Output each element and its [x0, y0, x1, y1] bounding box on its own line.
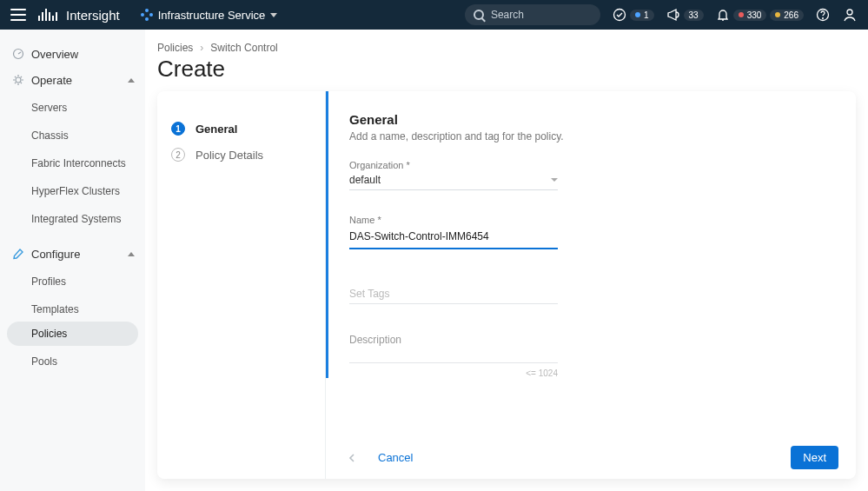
name-label: Name * — [349, 215, 558, 225]
menu-toggle-icon[interactable] — [10, 9, 26, 21]
step-policy-details[interactable]: 2 Policy Details — [171, 142, 325, 168]
svg-point-5 — [16, 77, 21, 83]
sidebar-item-templates[interactable]: Templates — [0, 297, 145, 322]
configure-label: Configure — [31, 248, 80, 261]
step-label: Policy Details — [195, 149, 263, 162]
description-limit: <= 1024 — [349, 368, 558, 378]
global-search[interactable]: Search — [465, 4, 600, 25]
cisco-logo-icon — [38, 9, 59, 21]
main-content: Policies › Switch Control Create 1 Gener… — [145, 30, 868, 491]
service-icon — [141, 9, 153, 21]
wizard-steps: 1 General 2 Policy Details — [157, 91, 325, 479]
description-input[interactable] — [349, 346, 558, 363]
crumb-policies[interactable]: Policies — [157, 42, 193, 54]
description-field[interactable]: Description — [349, 334, 558, 367]
overview-label: Overview — [31, 48, 78, 61]
tasks-count: 1 — [630, 10, 654, 21]
step-number: 2 — [171, 148, 185, 162]
warning-count: 266 — [770, 10, 804, 21]
form-area: General Add a name, description and tag … — [325, 91, 856, 479]
bell-icon — [716, 8, 730, 22]
step-label: General — [195, 123, 237, 136]
sidebar-item-profiles[interactable]: Profiles — [0, 269, 145, 294]
sidebar-item-servers[interactable]: Servers — [0, 96, 145, 120]
form-subtitle: Add a name, description and tag for the … — [349, 130, 856, 143]
wizard-card: 1 General 2 Policy Details General Add a… — [157, 91, 856, 479]
organization-value: default — [349, 174, 381, 186]
megaphone-icon — [666, 8, 680, 22]
organization-field[interactable]: Organization * default — [349, 160, 558, 190]
announcements-button[interactable]: 33 — [666, 8, 704, 22]
sidebar-item-fabric-interconnects[interactable]: Fabric Interconnects — [0, 151, 145, 176]
brand: Intersight — [38, 8, 120, 23]
next-button[interactable]: Next — [791, 446, 838, 469]
search-placeholder: Search — [491, 9, 524, 21]
operate-icon — [12, 74, 24, 86]
chevron-down-icon — [551, 178, 558, 182]
name-input[interactable] — [349, 229, 558, 244]
help-button[interactable] — [816, 8, 830, 22]
sidebar-item-hyperflex-clusters[interactable]: HyperFlex Clusters — [0, 179, 145, 203]
chevron-up-icon — [128, 78, 135, 83]
breadcrumb: Policies › Switch Control — [157, 42, 868, 54]
chevron-down-icon — [270, 13, 277, 17]
sidebar-item-integrated-systems[interactable]: Integrated Systems — [0, 207, 145, 231]
sidebar-item-overview[interactable]: Overview — [0, 42, 145, 66]
brand-name: Intersight — [66, 8, 120, 23]
operate-label: Operate — [31, 74, 72, 87]
user-menu[interactable] — [842, 7, 858, 23]
top-bar: Intersight Infrastructure Service Search… — [0, 0, 868, 30]
user-icon — [842, 7, 858, 23]
help-icon — [816, 8, 830, 22]
sidebar-item-pools[interactable]: Pools — [0, 349, 145, 374]
tags-placeholder: Set Tags — [349, 288, 389, 300]
chevron-up-icon — [128, 252, 135, 256]
cancel-button[interactable]: Cancel — [378, 451, 413, 464]
page-title: Create — [157, 56, 868, 83]
sidebar-item-chassis[interactable]: Chassis — [0, 123, 145, 148]
overview-icon — [12, 48, 24, 60]
name-field[interactable]: Name * — [349, 215, 558, 249]
search-icon — [474, 10, 484, 20]
svg-point-0 — [613, 10, 625, 21]
topbar-actions: 1 33 330 266 — [613, 7, 858, 23]
step-number: 1 — [171, 122, 185, 136]
tasks-button[interactable]: 1 — [613, 8, 654, 22]
form-heading: General — [349, 112, 856, 127]
svg-point-2 — [823, 18, 824, 19]
configure-icon — [12, 248, 24, 260]
page-header: Policies › Switch Control Create — [145, 30, 868, 91]
announcements-count: 33 — [684, 10, 704, 21]
sidebar-item-policies[interactable]: Policies — [7, 322, 138, 346]
sidebar-section-configure[interactable]: Configure — [0, 242, 145, 266]
back-button[interactable] — [343, 449, 361, 467]
alerts-button[interactable]: 330 266 — [716, 8, 804, 22]
check-circle-icon — [613, 8, 626, 22]
description-label: Description — [349, 334, 558, 346]
chevron-right-icon: › — [200, 42, 203, 54]
critical-count: 330 — [733, 10, 767, 21]
service-switcher[interactable]: Infrastructure Service — [141, 9, 278, 22]
wizard-footer: Cancel Next — [326, 435, 856, 479]
service-label: Infrastructure Service — [158, 9, 266, 22]
sidebar-section-operate[interactable]: Operate — [0, 68, 145, 92]
sidebar: Overview Operate Servers Chassis Fabric … — [0, 30, 145, 491]
tags-field[interactable]: Set Tags — [349, 284, 558, 304]
organization-label: Organization * — [349, 160, 558, 170]
step-general[interactable]: 1 General — [171, 116, 325, 142]
svg-point-3 — [847, 10, 852, 15]
crumb-switch-control: Switch Control — [210, 42, 277, 54]
